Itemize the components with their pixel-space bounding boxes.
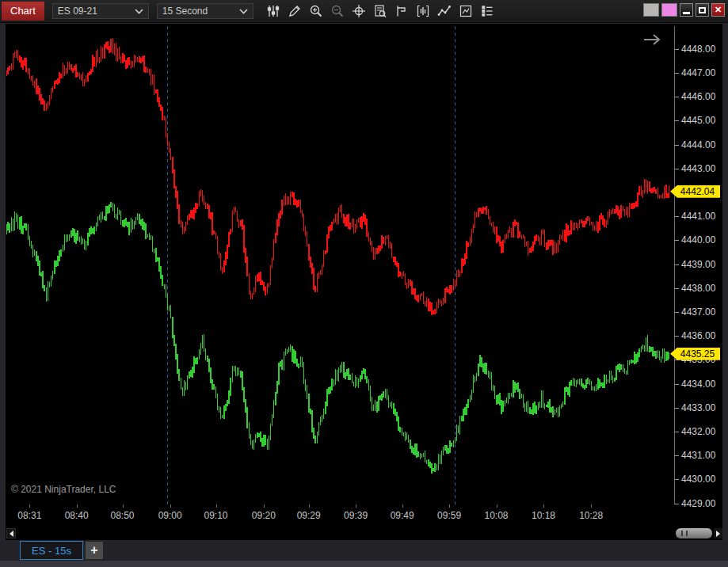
- chart-window: Chart ES 09-21 15 Second: [0, 0, 728, 567]
- crosshair-button[interactable]: [349, 2, 370, 21]
- price-tick-mark: [674, 145, 679, 146]
- horizontal-scrollbar: [6, 528, 722, 539]
- triangle-right-icon: [716, 531, 720, 537]
- scroll-left-button[interactable]: [6, 528, 16, 538]
- price-tick-mark: [674, 264, 679, 265]
- time-tick-mark: [309, 504, 310, 508]
- time-tick-mark: [123, 504, 124, 508]
- color-swatch-pink-button[interactable]: [661, 3, 677, 17]
- price-tick-mark: [674, 504, 679, 504]
- data-box-button[interactable]: [370, 2, 391, 21]
- price-tick-mark: [674, 240, 679, 241]
- draw-button[interactable]: [284, 2, 306, 21]
- bar-type-button[interactable]: [413, 2, 434, 21]
- price-axis-label: 4443.00: [681, 163, 721, 174]
- price-tick-mark: [674, 288, 679, 289]
- pencil-icon: [288, 4, 302, 18]
- price-tick-mark: [674, 479, 679, 480]
- price-tick-mark: [674, 216, 679, 217]
- price-axis-label: 4440.00: [681, 234, 721, 245]
- price-tick-mark: [674, 455, 679, 456]
- tab-es-15s[interactable]: ES - 15s: [20, 541, 83, 560]
- maximize-button[interactable]: [696, 3, 709, 17]
- price-axis-label: 4430.00: [681, 474, 721, 485]
- toolbar: Chart ES 09-21 15 Second: [0, 0, 728, 23]
- list-icon: [480, 4, 494, 18]
- bar-chart-icon: [416, 4, 430, 18]
- price-tick-mark: [674, 49, 679, 50]
- copyright-text: © 2021 NinjaTrader, LLC: [11, 484, 116, 495]
- triangle-left-icon: [10, 531, 13, 537]
- color-swatch-gray-button[interactable]: [643, 3, 659, 17]
- price-axis-label: 4434.00: [681, 379, 721, 390]
- document-magnifier-icon: [373, 4, 387, 18]
- price-tick-mark: [674, 336, 679, 337]
- maximize-icon: [699, 7, 706, 13]
- price-axis-line: [674, 26, 675, 504]
- price-tick-mark: [674, 73, 679, 74]
- time-tick-mark: [402, 504, 403, 508]
- scroll-right-button[interactable]: [714, 528, 722, 538]
- price-axis-label: 4437.00: [681, 306, 721, 318]
- strategy-button[interactable]: [455, 2, 477, 21]
- crosshair-icon: [352, 4, 366, 18]
- chart-trader-icon: [394, 4, 409, 18]
- zoom-out-button[interactable]: [327, 2, 349, 21]
- upper-red-series: [6, 38, 669, 315]
- toolbar-icons: [263, 2, 498, 21]
- zoom-in-button[interactable]: [306, 2, 327, 21]
- time-axis-label: 09:29: [292, 510, 326, 521]
- indicators-button[interactable]: [263, 2, 284, 21]
- instrument-value: ES 09-21: [58, 6, 135, 17]
- time-tick-mark: [591, 504, 592, 508]
- price-tick-mark: [674, 120, 679, 121]
- time-axis-label: 10:18: [526, 510, 561, 521]
- window-title-tab[interactable]: Chart: [2, 2, 44, 21]
- interval-select[interactable]: 15 Second: [157, 3, 253, 19]
- close-button[interactable]: ✕: [711, 3, 725, 17]
- indicators-icon: [266, 4, 280, 18]
- price-tick-mark: [674, 169, 679, 169]
- properties-button[interactable]: [477, 2, 498, 21]
- price-tick-mark: [674, 384, 679, 385]
- time-axis-label: 10:08: [479, 510, 514, 521]
- time-tick-mark: [29, 504, 30, 508]
- price-axis-label: 4438.00: [681, 283, 721, 294]
- time-axis[interactable]: 08:3108:4008:5009:0009:1009:2009:2909:39…: [6, 504, 669, 525]
- price-axis[interactable]: 4448.004447.004446.004445.004444.004443.…: [669, 26, 722, 504]
- time-tick-mark: [216, 504, 217, 508]
- time-axis-label: 08:31: [12, 510, 47, 521]
- zoom-out-icon: [330, 4, 345, 18]
- price-tick-mark: [674, 432, 679, 432]
- go-to-latest-icon[interactable]: [642, 32, 663, 47]
- price-tick-mark: [674, 312, 679, 313]
- add-tab-button[interactable]: +: [86, 542, 103, 559]
- scrollbar-grip[interactable]: [676, 528, 712, 538]
- time-axis-label: 09:20: [246, 510, 281, 521]
- line-style-button[interactable]: [434, 2, 455, 21]
- time-tick-mark: [543, 504, 544, 508]
- time-tick-mark: [449, 504, 450, 508]
- price-axis-label: 4441.00: [681, 211, 721, 222]
- time-axis-label: 10:28: [574, 510, 608, 521]
- price-axis-label: 4445.00: [681, 115, 721, 126]
- time-tick-mark: [170, 504, 171, 508]
- time-axis-label: 09:39: [338, 510, 373, 521]
- chevron-down-icon: [239, 8, 248, 14]
- chart-plot-area[interactable]: © 2021 NinjaTrader, LLC: [6, 26, 669, 504]
- window-controls: ✕: [643, 3, 725, 17]
- instrument-select[interactable]: ES 09-21: [52, 3, 149, 19]
- price-bars-canvas[interactable]: [6, 26, 669, 504]
- time-axis-label: 08:40: [59, 510, 94, 521]
- tab-bar: ES - 15s +: [0, 540, 728, 561]
- chart-region: © 2021 NinjaTrader, LLC 4448.004447.0044…: [6, 24, 722, 540]
- time-axis-label: 09:49: [385, 510, 420, 521]
- price-axis-label: 4447.00: [681, 67, 721, 78]
- time-axis-label: 09:00: [153, 510, 188, 521]
- last-price-tag: 4435.25: [670, 348, 720, 360]
- price-axis-label: 4432.00: [681, 426, 721, 437]
- minimize-button[interactable]: [680, 3, 693, 17]
- price-axis-label: 4448.00: [681, 44, 721, 55]
- chart-trader-button[interactable]: [391, 2, 413, 21]
- price-axis-label: 4446.00: [681, 91, 721, 102]
